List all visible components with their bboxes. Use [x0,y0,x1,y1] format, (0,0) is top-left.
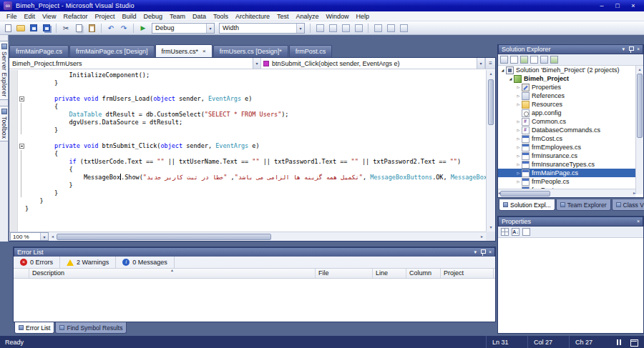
paste-button[interactable] [86,22,97,34]
tree-expanded-icon[interactable]: ◢ [507,76,514,81]
show-all-files-icon[interactable] [510,56,518,64]
column-header-column[interactable]: Column [406,269,441,278]
code-editor[interactable]: InitializeComponent(); } private void fr… [9,70,486,232]
outline-margin[interactable] [18,95,25,103]
chevron-down-icon[interactable]: ▾ [253,58,260,69]
window-layout-icon[interactable] [629,338,639,347]
panel-tab-solution-expl[interactable]: Solution Expl... [499,199,555,211]
view-code-icon[interactable] [530,56,538,64]
indent-button[interactable] [353,22,364,34]
column-icon-header[interactable] [14,269,29,278]
menu-item-view[interactable]: View [39,13,59,20]
editor-horizontal-scrollbar[interactable]: 100 % ▾ ◂ ▸ [9,232,486,241]
outline-margin[interactable] [18,142,25,150]
categorized-icon[interactable] [501,228,509,236]
tree-collapsed-icon[interactable]: ▷ [515,179,522,184]
scrollbar-thumb[interactable] [57,234,271,240]
tree-expanded-icon[interactable]: ◢ [499,68,506,72]
member-dropdown[interactable]: btnSubmit_Click(object sender, EventArgs… [261,58,485,69]
pin-icon[interactable] [628,46,633,53]
tree-item-frminsurancetypes-cs[interactable]: ▷frmInsuranceTypes.cs [498,160,635,169]
tree-item-frmemployees-cs[interactable]: ▷frmEmployees.cs [498,143,635,151]
tree-collapsed-icon[interactable]: ▷ [515,136,522,141]
properties-window-icon[interactable] [500,56,508,64]
tree-item-solution-bimeh-project-2-projects[interactable]: ◢Solution 'Bimeh_Project' (2 projects) [498,66,635,74]
redo-button[interactable]: ↷ [118,22,130,34]
tree-item-common-cs[interactable]: ▷Common.cs [498,117,635,126]
type-dropdown[interactable]: Bimeh_Project.frmUsers ▾ [9,58,261,69]
scroll-right-icon[interactable]: ▸ [478,232,486,241]
filter-0-messages[interactable]: i0 Messages [116,257,175,268]
scroll-up-icon[interactable]: ▴ [636,66,643,74]
error-list-body[interactable] [14,279,495,322]
menu-item-team[interactable]: Team [166,13,189,20]
menu-item-help[interactable]: Help [353,13,374,20]
scroll-left-icon[interactable]: ◂ [49,232,57,241]
menu-item-build[interactable]: Build [118,13,140,20]
filter-0-errors[interactable]: ×0 Errors [14,257,60,268]
close-icon[interactable]: × [637,219,640,224]
copy-button[interactable] [73,22,84,34]
editor-options-button[interactable]: ≡ [485,58,495,69]
close-icon[interactable]: × [637,46,640,52]
window-position-icon[interactable]: ▾ [622,46,625,52]
scroll-down-icon[interactable]: ▾ [487,224,495,232]
menu-item-tools[interactable]: Tools [210,13,232,20]
step-button[interactable] [398,22,409,34]
pin-icon[interactable] [480,249,485,256]
bottom-tab-find-symbol-results[interactable]: Find Symbol Results [55,322,127,334]
scrollbar-thumb[interactable] [637,74,643,138]
menu-item-data[interactable]: Data [189,13,210,20]
column-header-line[interactable]: Line [373,269,406,278]
close-button[interactable]: × [629,2,638,9]
search-combo[interactable]: Width ▾ [219,23,305,34]
scrollbar-thumb[interactable] [500,191,550,197]
tree-collapsed-icon[interactable]: ▷ [515,119,522,124]
chevron-down-icon[interactable]: ▾ [206,24,214,33]
minimize-button[interactable]: – [597,2,606,9]
undo-button[interactable]: ↶ [105,22,117,34]
view-class-diagram-icon[interactable] [550,56,558,64]
chevron-down-icon[interactable]: ▾ [477,58,484,69]
side-tab-toolbox[interactable]: Toolbox [0,106,9,141]
property-pages-icon[interactable] [522,228,530,236]
properties-grid[interactable] [498,238,643,333]
comment-button[interactable] [327,22,338,34]
window-position-icon[interactable]: ▾ [474,249,477,255]
panel-tab-class-view[interactable]: Class View [612,199,644,211]
menu-item-edit[interactable]: Edit [21,13,39,20]
tree-collapsed-icon[interactable]: ▷ [515,94,522,98]
tree-item-databasecommands-cs[interactable]: ▷DatabaseCommands.cs [498,126,635,134]
solution-explorer-titlebar[interactable]: Solution Explorer ▾ × [498,44,643,54]
menu-item-analyze[interactable]: Analyze [293,13,323,20]
bottom-tab-error-list[interactable]: Error List [14,322,54,334]
tree-item-frmpeople-cs[interactable]: ▷frmPeople.cs [498,177,635,186]
column-header-description[interactable]: Description▴ [29,269,316,278]
tree-collapsed-icon[interactable]: ▷ [515,102,522,106]
close-icon[interactable]: × [203,48,206,54]
close-icon[interactable]: × [489,249,492,255]
panel-tab-team-explorer[interactable]: Team Explorer [556,199,611,211]
tree-item-bimeh-project[interactable]: ◢Bimeh_Project [498,74,635,83]
doc-tab-frmusers-cs-design[interactable]: frmUsers.cs [Design]* [213,45,288,57]
find-button[interactable] [314,22,326,34]
breakpoint-button[interactable] [385,22,396,34]
chevron-down-icon[interactable]: ▾ [40,233,48,240]
tree-collapsed-icon[interactable]: ▷ [515,171,522,175]
tree-collapsed-icon[interactable]: ▷ [515,128,522,132]
scroll-right-icon[interactable]: ▸ [633,189,635,197]
tree-item-frmmainpage-cs[interactable]: ▷frmMainPage.cs [498,169,635,177]
open-file-button[interactable] [15,22,26,34]
doc-tab-frmusers-cs[interactable]: frmUsers.cs*× [155,44,213,57]
save-all-button[interactable] [41,22,52,34]
doc-tab-frmpost-cs[interactable]: frmPost.cs [289,45,333,57]
menu-item-refactor[interactable]: Refactor [59,13,91,20]
column-header-project[interactable]: Project [441,269,494,278]
error-list-titlebar[interactable]: Error List ▾ × [14,247,495,257]
tree-vertical-scrollbar[interactable]: ▴ [635,66,643,194]
new-file-button[interactable] [2,22,14,34]
doc-tab-frmmainpage-cs-design[interactable]: frmMainPage.cs [Design] [69,45,155,57]
zoom-combo[interactable]: 100 % ▾ [10,232,49,241]
pause-icon[interactable] [615,338,625,347]
menu-item-debug[interactable]: Debug [140,13,166,20]
